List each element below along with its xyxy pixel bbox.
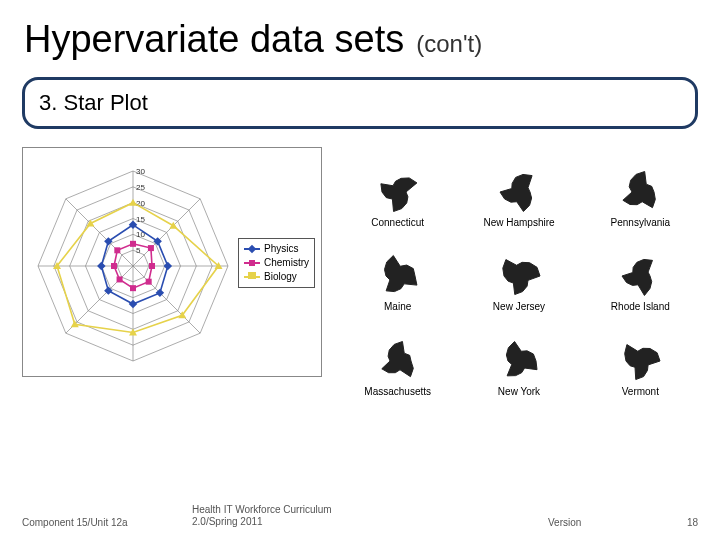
small-multiple-label: New York (498, 386, 540, 397)
small-multiple-cell: Maine (340, 232, 455, 313)
legend-marker-physics (244, 248, 260, 250)
legend-item: Biology (244, 270, 309, 284)
svg-rect-33 (146, 279, 152, 285)
svg-rect-23 (164, 262, 172, 270)
radar-chart: 51015202530 Physics Chemistry Biology (22, 147, 322, 377)
svg-rect-32 (149, 263, 155, 269)
small-multiple-label: Pennsylvania (611, 217, 670, 228)
legend-item: Chemistry (244, 256, 309, 270)
legend-label: Physics (264, 242, 298, 256)
svg-rect-34 (130, 285, 136, 291)
legend-label: Chemistry (264, 256, 309, 270)
svg-rect-36 (111, 263, 117, 269)
small-multiples-grid: ConnecticutNew HampshirePennsylvaniaMain… (340, 147, 698, 397)
star-glyph-icon (617, 169, 663, 215)
star-glyph-icon (496, 338, 542, 384)
star-glyph-icon (375, 169, 421, 215)
star-glyph-icon (375, 338, 421, 384)
slide-title-row: Hypervariate data sets (con't) (0, 0, 720, 71)
svg-rect-35 (117, 276, 123, 282)
legend-marker-chemistry (244, 262, 260, 264)
footer-center-line2: 2.0/Spring 2011 (192, 516, 263, 527)
svg-rect-27 (97, 262, 105, 270)
chart-legend: Physics Chemistry Biology (238, 238, 315, 288)
star-glyph-icon (496, 169, 542, 215)
svg-rect-30 (130, 241, 136, 247)
star-glyph-icon (617, 338, 663, 384)
small-multiple-cell: New Jersey (461, 232, 576, 313)
star-glyph-icon (375, 253, 421, 299)
small-multiple-label: Rhode Island (611, 301, 670, 312)
small-multiple-label: New Jersey (493, 301, 545, 312)
star-glyph-icon (496, 253, 542, 299)
svg-text:15: 15 (136, 215, 145, 224)
slide-title-suffix: (con't) (416, 30, 482, 58)
small-multiple-cell: Pennsylvania (583, 147, 698, 228)
svg-rect-31 (148, 245, 154, 251)
slide-footer: Component 15/Unit 12a Health IT Workforc… (0, 504, 720, 528)
svg-rect-37 (114, 247, 120, 253)
small-multiple-label: Vermont (622, 386, 659, 397)
content-row: 51015202530 Physics Chemistry Biology Co… (0, 129, 720, 397)
svg-text:25: 25 (136, 183, 145, 192)
legend-marker-biology (244, 276, 260, 278)
legend-label: Biology (264, 270, 297, 284)
small-multiple-cell: New Hampshire (461, 147, 576, 228)
small-multiple-cell: Connecticut (340, 147, 455, 228)
svg-text:5: 5 (136, 246, 141, 255)
footer-version: Version (548, 517, 668, 528)
footer-left: Component 15/Unit 12a (22, 517, 192, 528)
svg-rect-25 (129, 300, 137, 308)
footer-center: Health IT Workforce Curriculum 2.0/Sprin… (192, 504, 548, 528)
section-heading: 3. Star Plot (39, 90, 148, 115)
svg-text:30: 30 (136, 167, 145, 176)
small-multiple-label: New Hampshire (483, 217, 554, 228)
small-multiple-cell: New York (461, 316, 576, 397)
small-multiple-label: Massachusetts (364, 386, 431, 397)
page-number: 18 (668, 517, 698, 528)
small-multiple-cell: Rhode Island (583, 232, 698, 313)
small-multiple-cell: Vermont (583, 316, 698, 397)
star-glyph-icon (617, 253, 663, 299)
small-multiple-cell: Massachusetts (340, 316, 455, 397)
small-multiple-label: Maine (384, 301, 411, 312)
slide-title: Hypervariate data sets (24, 18, 404, 61)
small-multiple-label: Connecticut (371, 217, 424, 228)
section-heading-box: 3. Star Plot (22, 77, 698, 129)
legend-item: Physics (244, 242, 309, 256)
footer-center-line1: Health IT Workforce Curriculum (192, 504, 332, 515)
